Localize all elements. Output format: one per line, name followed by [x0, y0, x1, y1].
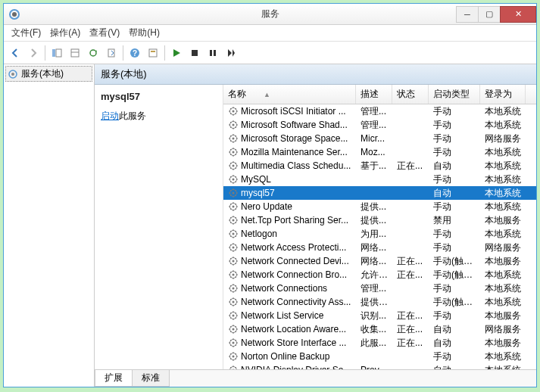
- cell-startup: 手动: [429, 132, 480, 146]
- service-row[interactable]: Network Location Aware...收集...正在...自动网络服…: [223, 322, 536, 336]
- maximize-button[interactable]: ▢: [478, 6, 501, 23]
- svg-point-38: [233, 260, 235, 263]
- gear-icon: [8, 69, 18, 79]
- window-controls: ─ ▢ ✕: [457, 6, 536, 23]
- cell-startup: 禁用: [429, 213, 480, 228]
- cell-name: Network Connection Bro...: [223, 269, 356, 281]
- service-row[interactable]: Multimedia Class Schedu...基于...正在...自动本地…: [223, 159, 536, 173]
- service-gear-icon: [228, 229, 239, 239]
- menu-view[interactable]: 查看(V): [85, 25, 124, 41]
- svg-rect-1: [52, 49, 55, 57]
- cell-startup: 手动: [429, 309, 480, 323]
- content-split: mysql57 启动此服务 名称▲ 描述 状态 启动类型 登录为 Microso…: [95, 85, 536, 369]
- service-row[interactable]: NVIDIA Display Driver Se...Prov...自动本地系统: [223, 363, 536, 369]
- cell-logon: 本地系统: [480, 118, 526, 132]
- properties-button[interactable]: [145, 45, 161, 61]
- service-row[interactable]: Network List Service识别...正在...手动本地服务: [223, 309, 536, 322]
- service-gear-icon: [228, 106, 239, 117]
- cell-logon: 本地系统: [480, 173, 526, 187]
- tab-standard[interactable]: 标准: [132, 370, 170, 387]
- cell-status: [392, 179, 429, 180]
- svg-point-14: [11, 73, 14, 76]
- service-row[interactable]: Network Store Interface ...此服...正在...自动本…: [223, 336, 536, 350]
- cell-startup: 自动: [429, 159, 480, 173]
- cell-logon: 本地系统: [480, 282, 526, 296]
- service-row[interactable]: Network Connectivity Ass...提供 ...手动(触发..…: [223, 295, 536, 309]
- service-row[interactable]: Norton Online Backup手动本地系统: [223, 350, 536, 363]
- titlebar[interactable]: 服务 ─ ▢ ✕: [4, 4, 536, 25]
- service-row[interactable]: Microsoft Software Shad...管理...手动本地系统: [223, 118, 536, 132]
- col-header-status[interactable]: 状态: [392, 85, 429, 104]
- col-header-startup[interactable]: 启动类型: [429, 85, 480, 104]
- close-button[interactable]: ✕: [500, 6, 536, 23]
- cell-status: 正在...: [392, 336, 429, 350]
- cell-description: [356, 356, 392, 357]
- export-button[interactable]: [103, 45, 120, 61]
- svg-rect-3: [71, 49, 79, 57]
- service-row[interactable]: Mozilla Maintenance Ser...Moz...手动本地系统: [223, 145, 536, 159]
- cell-logon: 本地系统: [480, 104, 526, 119]
- refresh-button[interactable]: [85, 45, 101, 61]
- stop-service-button[interactable]: [186, 45, 203, 61]
- view-options-button[interactable]: [67, 45, 83, 61]
- cell-name: Network List Service: [223, 310, 356, 322]
- back-button[interactable]: [7, 45, 23, 61]
- cell-status: [392, 206, 429, 207]
- cell-status: [392, 356, 429, 357]
- svg-point-18: [233, 124, 235, 126]
- toolbar: ?: [4, 42, 536, 64]
- cell-description: 管理...: [356, 104, 392, 119]
- minimize-button[interactable]: ─: [456, 6, 479, 23]
- service-row[interactable]: Network Connection Bro...允许 ...正在...手动(触…: [223, 268, 536, 282]
- cell-description: 提供...: [356, 213, 392, 228]
- start-service-button[interactable]: [168, 45, 185, 61]
- service-row[interactable]: Netlogon为用...手动本地系统: [223, 227, 536, 241]
- service-row[interactable]: Network Access Protecti...网络...手动网络服务: [223, 241, 536, 254]
- svg-point-22: [233, 151, 235, 154]
- menu-action[interactable]: 操作(A): [45, 25, 85, 41]
- service-gear-icon: [228, 215, 239, 226]
- service-list: 名称▲ 描述 状态 启动类型 登录为 Microsoft iSCSI Initi…: [223, 85, 536, 369]
- col-header-name[interactable]: 名称▲: [223, 85, 356, 104]
- toolbar-separator: [164, 45, 165, 61]
- cell-logon: 本地系统: [480, 268, 526, 282]
- cell-status: 正在...: [392, 268, 429, 282]
- cell-description: Moz...: [356, 146, 392, 158]
- col-header-description[interactable]: 描述: [356, 85, 392, 104]
- cell-startup: 自动: [429, 186, 480, 201]
- tree-item-services-local[interactable]: 服务(本地): [5, 66, 92, 82]
- start-link[interactable]: 启动: [101, 110, 119, 121]
- list-header: 名称▲ 描述 状态 启动类型 登录为: [223, 85, 536, 104]
- service-row[interactable]: Microsoft iSCSI Initiator ...管理...手动本地系统: [223, 104, 536, 118]
- cell-status: [392, 288, 429, 289]
- service-row[interactable]: MySQL手动本地系统: [223, 173, 536, 186]
- restart-service-button[interactable]: [223, 45, 239, 61]
- col-header-logon[interactable]: 登录为: [480, 85, 526, 104]
- service-row[interactable]: Network Connections管理...手动本地系统: [223, 282, 536, 295]
- pause-service-button[interactable]: [204, 45, 221, 61]
- cell-startup: 手动: [429, 145, 480, 160]
- cell-description: 基于...: [356, 159, 392, 173]
- service-row[interactable]: Net.Tcp Port Sharing Ser...提供...禁用本地服务: [223, 213, 536, 227]
- service-row[interactable]: Nero Update提供...手动本地系统: [223, 200, 536, 213]
- cell-name: mysql57: [223, 187, 356, 199]
- tab-extended[interactable]: 扩展: [95, 370, 133, 387]
- service-row[interactable]: Network Connected Devi...网络...正在...手动(触发…: [223, 254, 536, 268]
- svg-rect-8: [149, 49, 157, 57]
- service-row[interactable]: Microsoft Storage Space...Micr...手动网络服务: [223, 132, 536, 145]
- help-button[interactable]: ?: [126, 45, 143, 61]
- cell-name: Nero Update: [223, 201, 356, 213]
- window-title: 服务: [261, 8, 279, 20]
- tree-item-label: 服务(本地): [21, 67, 64, 80]
- content-body: 服务(本地) 服务(本地) mysql57 启动此服务 名称▲ 描述 状态: [4, 64, 536, 387]
- menu-help[interactable]: 帮助(H): [124, 25, 164, 41]
- show-hide-tree-button[interactable]: [48, 45, 65, 61]
- menu-file[interactable]: 文件(F): [7, 25, 45, 41]
- cell-description: [356, 179, 392, 180]
- service-row[interactable]: mysql57自动本地系统: [223, 186, 536, 200]
- forward-button[interactable]: [25, 45, 42, 61]
- list-body[interactable]: Microsoft iSCSI Initiator ...管理...手动本地系统…: [223, 104, 536, 369]
- toolbar-separator: [123, 45, 123, 61]
- cell-startup: 自动: [429, 336, 480, 350]
- svg-point-36: [233, 247, 235, 249]
